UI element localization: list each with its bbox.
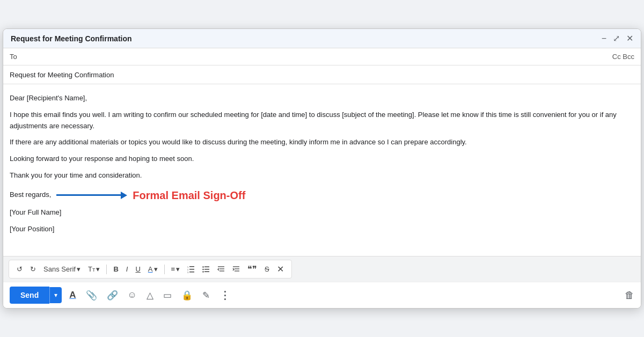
- svg-rect-1: [189, 269, 194, 270]
- to-label: To: [10, 53, 25, 61]
- emoji-icon[interactable]: ☺: [126, 288, 139, 303]
- send-button[interactable]: Send: [10, 287, 49, 304]
- toolbar-divider-1: [106, 265, 107, 274]
- image-icon[interactable]: ▭: [161, 288, 174, 303]
- attachment-icon[interactable]: 📎: [84, 288, 99, 303]
- size-label: TT: [88, 265, 95, 273]
- send-button-group: Send ▾: [10, 287, 62, 304]
- sign-off-annotation: Best regards, Formal Email Sign-Off: [10, 187, 634, 204]
- sign-off-text: Best regards,: [10, 189, 51, 201]
- strikethrough-button[interactable]: S: [262, 264, 272, 274]
- font-color-label: A: [148, 265, 153, 273]
- link-icon[interactable]: 🔗: [105, 288, 120, 303]
- full-name-placeholder: [Your Full Name]: [10, 207, 634, 218]
- toolbar-divider-2: [164, 265, 165, 274]
- font-selector[interactable]: Sans Serif ▾: [41, 264, 83, 274]
- size-arrow: ▾: [96, 265, 100, 273]
- svg-text:2.: 2.: [187, 268, 189, 270]
- annotation-arrow: [56, 192, 127, 199]
- window-controls: − ⤢ ✕: [602, 33, 633, 43]
- svg-point-6: [202, 266, 203, 267]
- bold-button[interactable]: B: [111, 264, 120, 274]
- svg-rect-0: [189, 266, 194, 267]
- arrow-head: [121, 192, 127, 199]
- align-arrow: ▾: [176, 265, 180, 273]
- arrow-shaft: [56, 194, 121, 196]
- formatting-toolbar: ↺ ↻ Sans Serif ▾ TT ▾ B I U A ▾ ≡ ▾: [9, 260, 292, 279]
- svg-point-10: [202, 271, 203, 272]
- paragraph-3: Looking forward to your response and hop…: [10, 153, 634, 165]
- to-input[interactable]: [25, 53, 612, 61]
- svg-rect-7: [204, 266, 209, 267]
- title-bar: Request for Meeting Confirmation − ⤢ ✕: [3, 29, 641, 48]
- font-size-selector[interactable]: TT ▾: [86, 264, 102, 274]
- undo-button[interactable]: ↺: [14, 264, 25, 274]
- drive-icon[interactable]: △: [144, 288, 156, 303]
- signature-icon[interactable]: ✎: [200, 288, 212, 303]
- paragraph-2: If there are any additional materials or…: [10, 137, 634, 148]
- svg-rect-11: [204, 271, 209, 272]
- greeting: Dear [Recipient's Name],: [10, 93, 634, 104]
- send-dropdown-button[interactable]: ▾: [49, 287, 62, 303]
- subject-row: [3, 65, 641, 84]
- bullet-list-button[interactable]: [200, 265, 212, 274]
- window-title: Request for Meeting Confirmation: [11, 34, 132, 43]
- bottom-bar: Send ▾ A 📎 🔗 ☺ △ ▭ 🔒 ✎ ⋮ 🗑: [3, 282, 641, 308]
- paragraph-1: I hope this email finds you well. I am w…: [10, 109, 634, 132]
- svg-rect-2: [189, 272, 194, 273]
- close-button[interactable]: ✕: [626, 33, 633, 43]
- formatting-toolbar-container: ↺ ↻ Sans Serif ▾ TT ▾ B I U A ▾ ≡ ▾: [3, 256, 641, 282]
- discard-button[interactable]: 🗑: [625, 290, 634, 301]
- font-color-arrow: ▾: [154, 265, 158, 273]
- paragraph-4: Thank you for your time and consideratio…: [10, 170, 634, 181]
- to-field-row: To Cc Bcc: [3, 48, 641, 65]
- lock-icon[interactable]: 🔒: [179, 288, 195, 303]
- font-color-button[interactable]: A ▾: [146, 264, 160, 274]
- svg-text:1.: 1.: [187, 266, 189, 268]
- ordered-list-button[interactable]: 1.2.3.: [185, 265, 197, 274]
- font-arrow: ▾: [77, 265, 80, 273]
- indent-more-button[interactable]: [230, 265, 242, 274]
- compose-window: Request for Meeting Confirmation − ⤢ ✕ T…: [3, 28, 641, 309]
- redo-button[interactable]: ↻: [28, 264, 38, 274]
- align-button[interactable]: ≡ ▾: [169, 264, 182, 274]
- font-label: Sans Serif: [43, 265, 76, 273]
- svg-point-8: [202, 268, 203, 269]
- email-body: Dear [Recipient's Name], I hope this ema…: [3, 84, 641, 256]
- svg-text:3.: 3.: [187, 271, 189, 273]
- font-color-bottom-icon[interactable]: A: [67, 288, 78, 303]
- cc-bcc-button[interactable]: Cc Bcc: [612, 53, 634, 61]
- position-placeholder: [Your Position]: [10, 224, 634, 235]
- minimize-button[interactable]: −: [602, 34, 606, 43]
- svg-rect-9: [204, 269, 209, 270]
- subject-input[interactable]: [10, 71, 634, 79]
- more-options-icon[interactable]: ⋮: [217, 287, 232, 304]
- indent-less-button[interactable]: [215, 265, 227, 274]
- blockquote-button[interactable]: ❝❞: [245, 263, 259, 275]
- align-icon: ≡: [171, 265, 175, 273]
- annotation-label: Formal Email Sign-Off: [133, 187, 245, 204]
- remove-format-button[interactable]: ✕: [275, 263, 286, 275]
- italic-button[interactable]: I: [124, 264, 130, 274]
- underline-button[interactable]: U: [133, 264, 142, 274]
- resize-button[interactable]: ⤢: [613, 33, 620, 43]
